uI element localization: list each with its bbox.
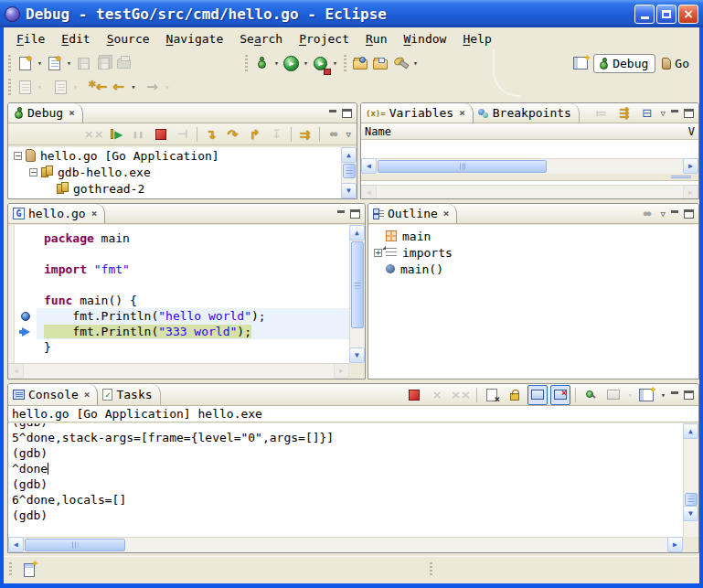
display-selected-console-button[interactable] — [603, 385, 623, 405]
tree-row[interactable]: −hello.go [Go Application] — [8, 147, 341, 164]
collapse-all-button[interactable]: ⊟ — [637, 103, 657, 123]
debug-dropdown[interactable]: ▾ — [272, 59, 281, 68]
minimize-view-button[interactable] — [670, 109, 680, 117]
close-debug-tab-icon[interactable]: × — [69, 107, 75, 119]
close-outline-tab-icon[interactable]: × — [443, 208, 450, 219]
external-tools-dropdown[interactable]: ▾ — [331, 59, 339, 68]
breakpoint-icon[interactable] — [21, 312, 30, 321]
step-into-button[interactable]: ↴ — [201, 124, 221, 144]
code-line[interactable]: package main — [15, 230, 349, 246]
save-button[interactable] — [74, 53, 92, 73]
maximize-button[interactable] — [656, 5, 676, 24]
outline-item[interactable]: main() — [374, 261, 698, 277]
menu-navigate[interactable]: Navigate — [159, 30, 231, 48]
open-resource-button[interactable] — [351, 53, 369, 73]
editor-gutter[interactable] — [15, 230, 37, 246]
show-type-names-button[interactable]: ≔ — [591, 103, 612, 123]
code-line[interactable]: fmt.Println("333 world"); — [15, 324, 349, 339]
new-go-dropdown[interactable]: ▾ — [65, 59, 73, 68]
statusbar-grip[interactable] — [428, 562, 433, 577]
clear-console-button[interactable] — [482, 385, 502, 405]
disconnect-button[interactable]: ⊣ — [173, 124, 193, 144]
outline-item[interactable]: +imports — [374, 244, 698, 261]
menu-help[interactable]: Help — [455, 30, 498, 48]
variables-horizontal-scrollbar[interactable]: ◀ ▶ — [361, 158, 698, 174]
open-file-button[interactable] — [371, 53, 389, 73]
maximize-view-button[interactable] — [684, 209, 694, 219]
scroll-up-icon[interactable]: ▲ — [349, 225, 365, 241]
tree-expander-icon[interactable]: − — [29, 168, 37, 176]
open-console-dropdown[interactable]: ▾ — [659, 390, 667, 400]
next-annotation-dropdown[interactable]: ▾ — [36, 82, 44, 91]
remove-all-launches-button[interactable]: ×× — [450, 385, 472, 405]
title-bar[interactable]: Debug - testGo/src/cmd/hello.go - Eclips… — [0, 0, 703, 27]
scroll-left-icon[interactable]: ◀ — [8, 537, 24, 552]
tab-console[interactable]: Console × — [8, 384, 98, 405]
step-over-button[interactable]: ↷ — [223, 124, 243, 144]
variables-view-menu-button[interactable]: ▽ — [659, 109, 667, 118]
menu-edit[interactable]: Edit — [54, 30, 97, 48]
code-line[interactable] — [15, 246, 349, 262]
run-dropdown[interactable]: ▾ — [302, 59, 310, 68]
drop-to-frame-button[interactable]: ↧ — [267, 124, 287, 144]
close-variables-tab-icon[interactable]: × — [459, 107, 465, 119]
detail-horizontal-scrollbar[interactable]: ◀ ▶ — [361, 185, 698, 199]
code-line[interactable] — [15, 277, 349, 293]
terminate-button[interactable] — [151, 124, 171, 144]
use-step-filters-button[interactable]: ⇉ — [295, 124, 315, 144]
menu-project[interactable]: Project — [292, 30, 357, 48]
editor-gutter[interactable] — [15, 308, 37, 324]
display-console-dropdown[interactable]: ▾ — [626, 390, 634, 400]
menu-source[interactable]: Source — [100, 30, 157, 48]
editor-gutter[interactable] — [15, 339, 37, 355]
perspective-go-button[interactable]: Go — [658, 55, 696, 72]
open-console-button[interactable]: ✦ — [636, 385, 656, 405]
minimize-view-button[interactable] — [336, 209, 346, 218]
menu-run[interactable]: Run — [358, 30, 394, 48]
show-console-on-stderr-button[interactable] — [550, 385, 570, 405]
scroll-thumb[interactable] — [351, 241, 364, 328]
outline-extra-button[interactable]: ●● — [637, 204, 657, 224]
show-logical-structure-button[interactable]: ⇶ — [614, 103, 634, 123]
console-vertical-scrollbar[interactable]: ▲ ▼ — [683, 423, 698, 537]
minimize-view-button[interactable] — [328, 109, 338, 117]
pin-console-button[interactable] — [581, 385, 601, 405]
show-console-on-stdout-button[interactable] — [527, 385, 548, 405]
resume-button[interactable]: ▶ — [107, 124, 127, 144]
code-line[interactable]: } — [15, 339, 349, 355]
minimize-view-button[interactable] — [670, 390, 680, 399]
menu-file[interactable]: File — [9, 30, 52, 48]
maximize-view-button[interactable] — [342, 109, 352, 118]
editor-gutter[interactable] — [15, 324, 37, 339]
previous-annotation-dropdown[interactable]: ▾ — [71, 82, 80, 91]
debug-button[interactable] — [252, 53, 271, 73]
maximize-view-button[interactable] — [684, 109, 694, 118]
last-edit-location-button[interactable]: *← — [89, 77, 107, 97]
debug-vertical-scrollbar[interactable]: ▲ ▼ — [341, 147, 357, 198]
remove-all-terminated-button[interactable]: ×× — [83, 124, 105, 144]
external-tools-button[interactable]: ▶ — [311, 53, 329, 73]
statusbar-grip[interactable] — [7, 562, 13, 577]
new-go-element-button[interactable]: ✦ — [45, 53, 63, 73]
editor-gutter[interactable] — [15, 246, 37, 262]
debug-view-menu-button[interactable]: ▽ — [345, 130, 353, 139]
forward-button[interactable]: → — [143, 77, 161, 97]
forward-dropdown[interactable]: ▾ — [163, 82, 171, 91]
close-button[interactable]: × — [678, 5, 698, 24]
editor-gutter[interactable] — [15, 262, 37, 277]
scroll-lock-button[interactable] — [505, 385, 525, 405]
toolbar-grip[interactable] — [342, 55, 347, 71]
menu-window[interactable]: Window — [396, 30, 453, 48]
console-output[interactable]: (gdb)5^done,stack-args=[frame={level="0"… — [8, 423, 683, 537]
search-toolbar-button[interactable] — [391, 53, 410, 73]
back-button[interactable]: ← — [109, 77, 127, 97]
print-button[interactable] — [114, 53, 133, 73]
console-horizontal-scrollbar[interactable]: ◀ ▶ — [8, 537, 683, 552]
variables-column-header[interactable]: Name V — [361, 123, 698, 140]
maximize-view-button[interactable] — [684, 390, 694, 400]
tab-debug[interactable]: Debug × — [8, 103, 83, 123]
remove-launch-button[interactable]: × — [427, 385, 447, 405]
minimize-button[interactable] — [634, 5, 655, 24]
editor-horizontal-scrollbar[interactable]: ◀ ▶ — [8, 363, 349, 379]
next-annotation-button[interactable] — [16, 77, 34, 97]
